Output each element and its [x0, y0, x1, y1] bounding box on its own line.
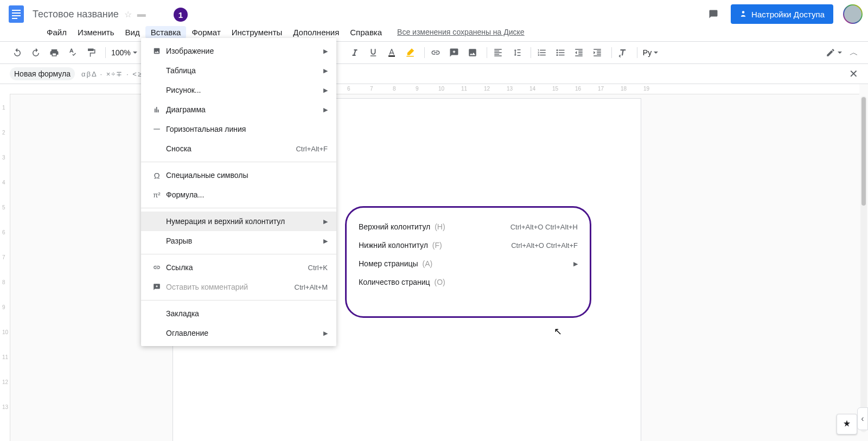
menu-edit[interactable]: Изменить: [72, 26, 120, 39]
menu-item[interactable]: Нумерация и верхний колонтитул▶: [141, 212, 336, 231]
doc-title[interactable]: Тестовое название: [33, 9, 119, 20]
menu-item-label: Нумерация и верхний колонтитул: [166, 217, 319, 226]
submenu-label: Номер страницы (A): [359, 259, 573, 268]
editing-mode-button[interactable]: [826, 48, 842, 57]
vruler-tick: 9: [2, 304, 5, 310]
line-spacing-button[interactable]: [509, 45, 524, 60]
menu-insert[interactable]: Вставка: [145, 26, 187, 39]
menu-item[interactable]: Оставить комментарийCtrl+Alt+M: [141, 277, 336, 297]
print-button[interactable]: [47, 45, 62, 60]
submenu-item[interactable]: Нижний колонтитул (F)Ctrl+Alt+O Ctrl+Alt…: [359, 236, 578, 254]
menu-item[interactable]: π²Формула...: [141, 185, 336, 204]
svg-rect-0: [9, 5, 24, 23]
link-icon: [150, 264, 164, 271]
menu-view[interactable]: Вид: [120, 26, 145, 39]
menu-item[interactable]: ΩСпециальные символы: [141, 165, 336, 185]
svg-rect-2: [12, 12, 21, 14]
formula-label[interactable]: Новая формула: [10, 67, 75, 80]
horizontal-ruler[interactable]: 678910111213141516171819: [0, 84, 859, 94]
input-language[interactable]: Ру: [641, 48, 660, 57]
menu-item[interactable]: СсылкаCtrl+K: [141, 258, 336, 277]
submenu-item[interactable]: Номер страницы (A)▶: [359, 254, 578, 273]
menu-item[interactable]: СноскаCtrl+Alt+F: [141, 139, 336, 158]
comment-history-button[interactable]: [704, 4, 723, 24]
format-paint-button[interactable]: [84, 45, 99, 60]
formula-symbol-groups[interactable]: αβΔ · ×÷∓ · <≥: [81, 70, 143, 78]
side-panel-toggle[interactable]: ‹: [857, 407, 868, 430]
underline-button[interactable]: [366, 45, 381, 60]
scroll-thumb[interactable]: [861, 97, 866, 206]
menu-item[interactable]: Горизонтальная линия: [141, 119, 336, 139]
header-footer-submenu: Верхний колонтитул (H)Ctrl+Alt+O Ctrl+Al…: [345, 206, 591, 318]
menu-item[interactable]: Диаграмма▶: [141, 100, 336, 119]
align-button[interactable]: [490, 45, 506, 60]
redo-button[interactable]: [28, 45, 43, 60]
submenu-item[interactable]: Верхний колонтитул (H)Ctrl+Alt+O Ctrl+Al…: [359, 218, 578, 236]
star-icon[interactable]: ☆: [124, 9, 132, 20]
zoom-select[interactable]: 100%: [109, 48, 139, 57]
decrease-indent-button[interactable]: [571, 45, 586, 60]
menu-item[interactable]: Рисунок...▶: [141, 80, 336, 100]
menu-item[interactable]: Изображение▶: [141, 41, 336, 61]
collapse-toolbar-icon[interactable]: ︿: [850, 47, 858, 59]
bulleted-list-button[interactable]: [553, 45, 568, 60]
submenu-label: Верхний колонтитул (H): [359, 222, 510, 231]
menu-item-label: Специальные символы: [166, 171, 328, 180]
highlight-button[interactable]: [403, 45, 418, 60]
menu-separator: [141, 208, 336, 208]
svg-rect-1: [12, 10, 21, 11]
vertical-scrollbar[interactable]: [860, 96, 867, 432]
omega-icon: Ω: [150, 171, 164, 180]
spellcheck-button[interactable]: [65, 45, 80, 60]
menu-shortcut: Ctrl+Alt+F: [296, 145, 328, 153]
menu-item[interactable]: Таблица▶: [141, 61, 336, 80]
menu-help[interactable]: Справка: [344, 26, 387, 39]
menu-file[interactable]: Файл: [41, 26, 72, 39]
menu-item-label: Рисунок...: [166, 86, 319, 94]
ruler-tick: 10: [438, 86, 444, 92]
ruler-tick: 17: [598, 86, 604, 92]
menu-item-label: Разрыв: [166, 237, 319, 245]
undo-button[interactable]: [10, 45, 25, 60]
menu-item-label: Диаграмма: [166, 105, 319, 114]
menu-separator: [141, 162, 336, 162]
ruler-tick: 12: [484, 86, 490, 92]
link-button[interactable]: [428, 45, 443, 60]
menu-item[interactable]: Оглавление▶: [141, 323, 336, 343]
add-comment-button[interactable]: [446, 45, 462, 60]
menu-item-label: Оглавление: [166, 329, 319, 337]
italic-button[interactable]: [347, 45, 362, 60]
move-folder-icon[interactable]: ▬: [137, 9, 146, 19]
submenu-item[interactable]: Количество страниц (O): [359, 273, 578, 291]
comment-icon: [150, 283, 164, 291]
increase-indent-button[interactable]: [590, 45, 605, 60]
menu-format[interactable]: Формат: [186, 26, 226, 39]
svg-point-8: [556, 54, 558, 56]
submenu-arrow-icon: ▶: [323, 330, 328, 337]
explore-button[interactable]: [837, 414, 857, 434]
vertical-ruler[interactable]: 12345678910111213: [0, 94, 10, 441]
ruler-tick: 18: [621, 86, 627, 92]
menu-tools[interactable]: Инструменты: [226, 26, 288, 39]
ruler-tick: 7: [370, 86, 373, 92]
save-status[interactable]: Все изменения сохранены на Диске: [397, 28, 525, 36]
submenu-arrow-icon: ▶: [323, 67, 328, 74]
mouse-cursor-icon: ↖: [554, 325, 562, 337]
docs-app-icon[interactable]: [5, 3, 27, 25]
insert-image-button[interactable]: [465, 45, 480, 60]
menu-item[interactable]: Закладка: [141, 304, 336, 323]
text-color-button[interactable]: [384, 45, 399, 60]
vruler-tick: 10: [2, 329, 8, 335]
close-equation-bar-icon[interactable]: ✕: [849, 67, 858, 80]
menu-addons[interactable]: Дополнения: [288, 26, 344, 39]
vruler-tick: 13: [2, 404, 8, 410]
numbered-list-button[interactable]: [534, 45, 550, 60]
clear-format-button[interactable]: [615, 45, 630, 60]
menu-item-label: Таблица: [166, 66, 319, 75]
menu-item[interactable]: Разрыв▶: [141, 231, 336, 251]
equation-toolbar: Новая формула αβΔ · ×÷∓ · <≥ ✕: [0, 64, 868, 84]
submenu-shortcut: Ctrl+Alt+O Ctrl+Alt+F: [511, 241, 578, 250]
account-avatar[interactable]: [843, 4, 863, 24]
share-button[interactable]: Настройки Доступа: [731, 4, 833, 24]
ruler-tick: 19: [643, 86, 649, 92]
